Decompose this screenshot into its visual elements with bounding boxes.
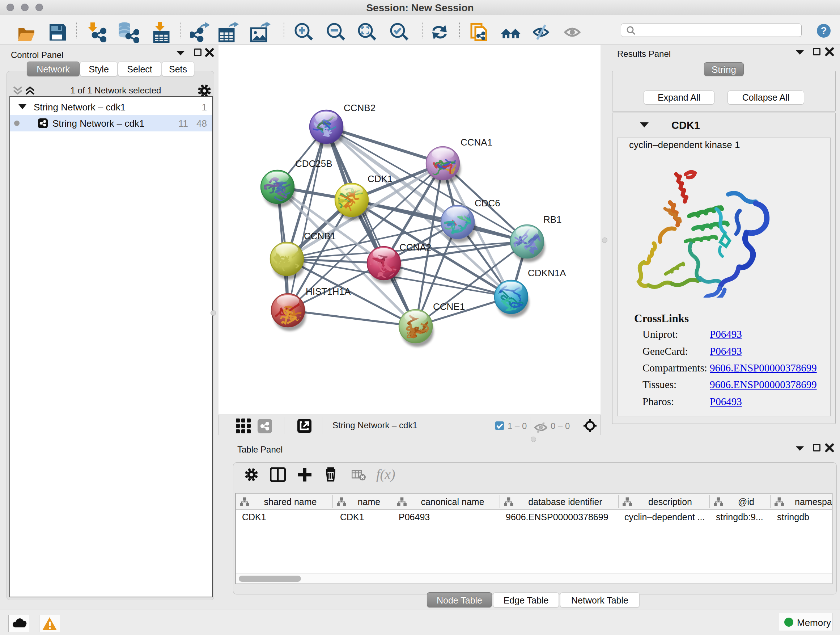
- svg-text:CDC6: CDC6: [475, 198, 500, 209]
- svg-text:CDC25B: CDC25B: [295, 158, 332, 169]
- svg-text:CCNA1: CCNA1: [461, 137, 493, 148]
- svg-text:CDK1: CDK1: [368, 173, 393, 184]
- svg-text:HIST1H1A: HIST1H1A: [306, 286, 351, 297]
- svg-text:?: ?: [821, 25, 827, 36]
- svg-text:RB1: RB1: [543, 214, 562, 225]
- svg-text:CDKN1A: CDKN1A: [528, 268, 566, 279]
- svg-text:CCNE1: CCNE1: [433, 301, 465, 312]
- svg-text:CCNB1: CCNB1: [304, 231, 336, 241]
- svg-text:CCNA2: CCNA2: [399, 242, 431, 253]
- svg-text:CCNB2: CCNB2: [344, 103, 376, 113]
